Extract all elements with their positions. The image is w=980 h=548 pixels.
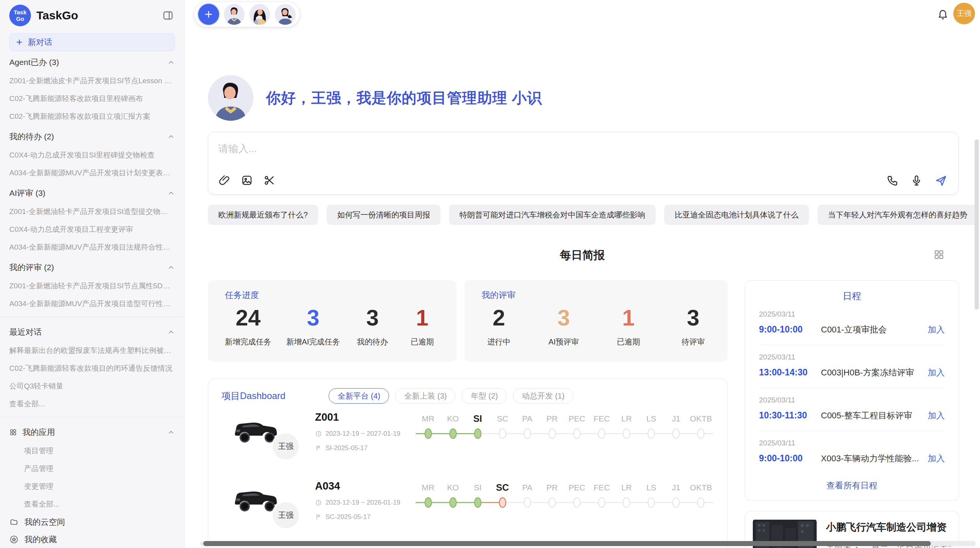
send-icon[interactable] <box>934 174 947 187</box>
sidebar-sections: Agent已办 (3) Z001-全新燃油皮卡产品开发项目SI节点Lesson … <box>9 51 175 313</box>
horizontal-scrollbar-thumb[interactable] <box>203 541 931 546</box>
sidebar-task-item[interactable]: Z001-全新燃油轻卡产品开发项目SI造型提交物评审 <box>9 203 175 221</box>
sidebar-task-item[interactable]: Z001-全新燃油皮卡产品开发项目SI节点Lesson Learn报告 <box>9 72 175 90</box>
sidebar-task-item[interactable]: Z001-全新燃油轻卡产品开发项目SI节点属性5D文件评审 <box>9 277 175 295</box>
dashboard-tab[interactable]: 全新上装 (3) <box>395 388 456 404</box>
section-header[interactable]: 我的待办 (2) <box>9 125 175 146</box>
section-header[interactable]: Agent已办 (3) <box>9 51 175 72</box>
sidebar-task-item[interactable]: A034-全新新能源MUV产品开发项目法规符合性评审 <box>9 238 175 256</box>
apps-view-all-link[interactable]: 查看全部... <box>9 495 175 513</box>
milestone-label: OKTB <box>689 413 713 425</box>
milestone: SI <box>465 482 490 509</box>
stat-label: 我的待办 <box>355 337 390 347</box>
session-avatar-1[interactable] <box>224 4 245 25</box>
suggestion-chip[interactable]: 如何写一份清晰的项目周报 <box>327 205 440 225</box>
project-owner-badge: 王强 <box>272 432 300 461</box>
dashboard-tab[interactable]: 年型 (2) <box>462 388 507 404</box>
section-header[interactable]: AI评审 (3) <box>9 182 175 203</box>
sidebar-item-favorites[interactable]: 我的收藏 <box>9 531 175 548</box>
microphone-icon[interactable] <box>910 174 923 187</box>
stat: 1 已逾期 <box>611 305 646 347</box>
stat-label: AI预评审 <box>546 337 581 347</box>
view-all-schedule-link[interactable]: 查看所有日程 <box>745 480 959 491</box>
recent-view-all-link[interactable]: 查看全部... <box>9 395 175 413</box>
sidebar-task-item[interactable]: A034-全新新能源MUV产品开发项目计划变更表编写 <box>9 164 175 182</box>
schedule-event: 2025/03/11 13:00-14:30 C003|H0B-方案冻结评审 加… <box>745 345 959 388</box>
milestone-dot <box>648 497 655 508</box>
section-title: Agent已办 (3) <box>9 57 59 68</box>
app-item[interactable]: 项目管理 <box>9 442 175 460</box>
collapse-sidebar-icon[interactable] <box>161 9 175 22</box>
dashboard-tab[interactable]: 动总开发 (1) <box>513 388 573 404</box>
recent-chats-title: 最近对话 <box>9 327 42 337</box>
attachment-icon[interactable] <box>218 174 231 187</box>
user-avatar[interactable]: 王强 <box>953 3 975 24</box>
new-session-button[interactable] <box>198 4 219 25</box>
suggestion-chip[interactable]: 当下年轻人对汽车外观有怎样的喜好趋势 <box>817 205 978 225</box>
milestone: J1 <box>664 482 689 509</box>
my-review-title: 我的评审 <box>481 289 711 301</box>
brief-layout-icon[interactable] <box>934 249 944 260</box>
session-avatar-3[interactable] <box>275 4 296 25</box>
milestone-label: J1 <box>664 482 689 493</box>
recent-chat-item[interactable]: 解释最新出台的欧盟报废车法规再生塑料比例被调至15%... <box>9 342 175 360</box>
stat-value: 1 <box>405 305 440 331</box>
app-item[interactable]: 变更管理 <box>9 478 175 495</box>
sidebar-task-item[interactable]: C02-飞腾新能源轻客改款项目里程碑画布 <box>9 90 175 108</box>
recent-chats-header[interactable]: 最近对话 <box>9 321 175 342</box>
session-avatar-2[interactable] <box>249 4 270 25</box>
dashboard-tab[interactable]: 全新平台 (4) <box>329 388 389 404</box>
sidebar-item-cloud-space[interactable]: 我的云空间 <box>9 513 175 531</box>
flag-icon <box>315 445 322 452</box>
project-row[interactable]: 王强 A034 2023-12-19 ~ 2026-01-19 SC-2025-… <box>208 473 727 541</box>
sidebar-task-item[interactable]: C0X4-动力总成开发项目SI里程碑提交物检查 <box>9 146 175 164</box>
app-item[interactable]: 产品管理 <box>9 460 175 478</box>
event-date: 2025/03/11 <box>759 439 945 447</box>
event-join-link[interactable]: 加入 <box>928 367 945 378</box>
chevron-up-icon[interactable] <box>167 133 175 140</box>
chevron-up-icon[interactable] <box>167 264 175 271</box>
milestone-dot <box>524 428 531 439</box>
chevron-up-icon[interactable] <box>167 58 175 66</box>
milestone-label: SC <box>490 482 515 493</box>
chevron-up-icon[interactable] <box>167 189 175 197</box>
milestone-label: J1 <box>664 413 689 425</box>
stat-value: 3 <box>676 305 711 331</box>
sidebar-task-item[interactable]: A034-全新新能源MUV产品开发项目造型可行性评审 <box>9 295 175 313</box>
vertical-scrollbar-thumb[interactable] <box>975 139 979 310</box>
milestone-dot <box>449 497 457 508</box>
section-header[interactable]: 我的评审 (2) <box>9 256 175 277</box>
favorites-icon <box>9 535 19 544</box>
project-name: Z001 <box>315 411 416 423</box>
schedule-event: 2025/03/11 9:00-10:00 C001-立项审批会 加入 <box>745 302 959 345</box>
notification-bell-icon[interactable] <box>937 8 949 20</box>
event-join-link[interactable]: 加入 <box>928 453 945 464</box>
cloud-space-label: 我的云空间 <box>24 517 65 527</box>
chevron-up-icon[interactable] <box>167 328 175 336</box>
event-join-link[interactable]: 加入 <box>928 410 945 421</box>
voice-call-icon[interactable] <box>886 174 899 187</box>
event-date: 2025/03/11 <box>759 396 945 404</box>
suggestion-chip[interactable]: 比亚迪全固态电池计划具体说了什么 <box>664 205 809 225</box>
message-composer <box>208 132 959 195</box>
new-chat-button[interactable]: 新对话 <box>9 33 175 51</box>
chevron-up-icon[interactable] <box>167 428 175 436</box>
sidebar-section: Agent已办 (3) Z001-全新燃油皮卡产品开发项目SI节点Lesson … <box>9 51 175 125</box>
recent-chat-item[interactable]: 公司Q3轻卡销量 <box>9 377 175 395</box>
my-apps-header[interactable]: 我的应用 <box>9 421 175 442</box>
stat: 3 待评审 <box>676 305 711 347</box>
suggestion-chip[interactable]: 欧洲新规最近颁布了什么? <box>208 205 318 225</box>
scissors-icon[interactable] <box>263 174 276 187</box>
milestone: KO <box>440 482 465 509</box>
message-input[interactable] <box>218 141 683 156</box>
milestone-label: PR <box>540 413 564 425</box>
image-icon[interactable] <box>241 174 253 187</box>
milestone-dot <box>672 497 680 508</box>
sidebar-task-item[interactable]: C02-飞腾新能源轻客改款项目立项汇报方案 <box>9 108 175 125</box>
project-row[interactable]: 王强 Z001 2023-12-19 ~ 2027-01-19 SI-2025-… <box>208 404 727 473</box>
milestone-dot <box>548 428 556 439</box>
sidebar-task-item[interactable]: C0X4-动力总成开发项目工程变更评审 <box>9 221 175 238</box>
suggestion-chip[interactable]: 特朗普可能对进口汽车增税会对中国车企造成哪些影响 <box>449 205 656 225</box>
recent-chat-item[interactable]: C02-飞腾新能源轻客改款项目的闭环通告反馈情况 <box>9 360 175 377</box>
event-join-link[interactable]: 加入 <box>928 324 945 336</box>
